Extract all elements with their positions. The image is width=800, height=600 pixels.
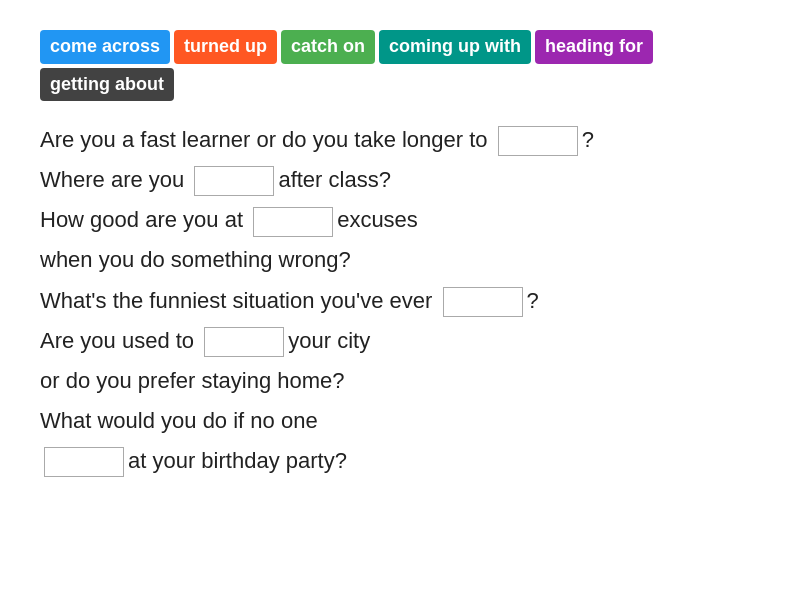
question-line-q3a: What's the funniest situation you've eve…: [40, 284, 760, 318]
chip-catch-on[interactable]: catch on: [281, 30, 375, 64]
question-text: ?: [527, 288, 539, 313]
main-container: come acrossturned upcatch oncoming up wi…: [0, 0, 800, 504]
chip-getting-about[interactable]: getting about: [40, 68, 174, 102]
question-text: or do you prefer staying home?: [40, 368, 345, 393]
question-text: ?: [582, 127, 594, 152]
question-line-q1: Are you a fast learner or do you take lo…: [40, 123, 760, 157]
question-text: Where are you: [40, 167, 190, 192]
question-text: What's the funniest situation you've eve…: [40, 288, 439, 313]
chip-heading-for[interactable]: heading for: [535, 30, 653, 64]
question-line-q3c: or do you prefer staying home?: [40, 364, 760, 398]
question-text: your city: [288, 328, 370, 353]
chip-turned-up[interactable]: turned up: [174, 30, 277, 64]
question-line-q4a: What would you do if no one: [40, 404, 760, 438]
question-line-q2a: Where are you after class?: [40, 163, 760, 197]
chip-coming-up-with[interactable]: coming up with: [379, 30, 531, 64]
answer-blank[interactable]: [194, 166, 274, 196]
question-text: when you do something wrong?: [40, 247, 351, 272]
question-text: Are you a fast learner or do you take lo…: [40, 127, 494, 152]
question-text: excuses: [337, 207, 418, 232]
answer-blank[interactable]: [44, 447, 124, 477]
questions-area: Are you a fast learner or do you take lo…: [40, 123, 760, 478]
chip-come-across[interactable]: come across: [40, 30, 170, 64]
question-text: Are you used to: [40, 328, 200, 353]
answer-blank[interactable]: [204, 327, 284, 357]
answer-blank[interactable]: [443, 287, 523, 317]
question-text: What would you do if no one: [40, 408, 318, 433]
question-line-q3b: Are you used to your city: [40, 324, 760, 358]
question-text: at your birthday party?: [128, 448, 347, 473]
answer-blank[interactable]: [253, 207, 333, 237]
question-text: How good are you at: [40, 207, 249, 232]
question-line-q2c: when you do something wrong?: [40, 243, 760, 277]
answer-blank[interactable]: [498, 126, 578, 156]
question-line-q4b: at your birthday party?: [40, 444, 760, 478]
question-text: after class?: [278, 167, 391, 192]
question-line-q2b: How good are you at excuses: [40, 203, 760, 237]
chips-row: come acrossturned upcatch oncoming up wi…: [40, 30, 760, 101]
